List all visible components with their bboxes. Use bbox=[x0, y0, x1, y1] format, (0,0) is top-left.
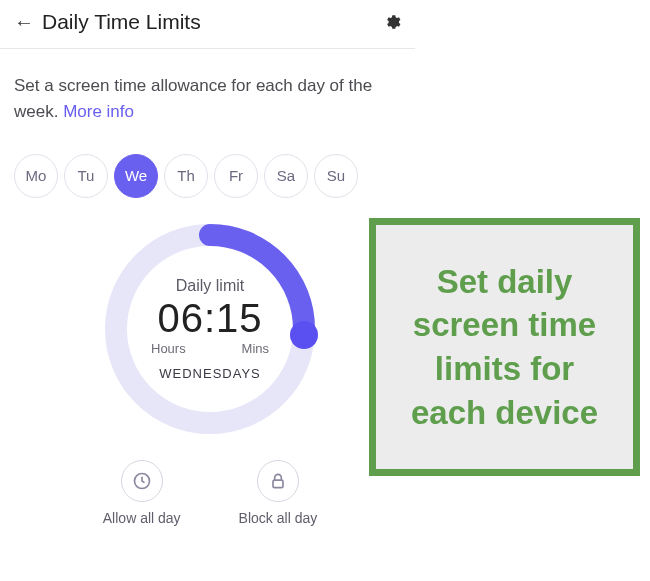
back-icon[interactable]: ← bbox=[14, 12, 34, 32]
gauge-time: 06:15 bbox=[157, 297, 262, 339]
description: Set a screen time allowance for each day… bbox=[0, 55, 420, 132]
gear-icon[interactable] bbox=[383, 13, 401, 31]
day-tu[interactable]: Tu bbox=[64, 154, 108, 198]
block-label: Block all day bbox=[239, 510, 318, 526]
gauge-area: Daily limit 06:15 Hours Mins WEDNESDAYS bbox=[0, 220, 420, 438]
day-su[interactable]: Su bbox=[314, 154, 358, 198]
gauge-center: Daily limit 06:15 Hours Mins WEDNESDAYS bbox=[101, 220, 319, 438]
day-mo[interactable]: Mo bbox=[14, 154, 58, 198]
day-sa[interactable]: Sa bbox=[264, 154, 308, 198]
allow-all-day-button[interactable]: Allow all day bbox=[103, 460, 181, 526]
page-header: ← Daily Time Limits bbox=[0, 0, 415, 48]
time-limit-gauge[interactable]: Daily limit 06:15 Hours Mins WEDNESDAYS bbox=[101, 220, 319, 438]
bottom-actions: Allow all day Block all day bbox=[0, 460, 420, 526]
day-fr[interactable]: Fr bbox=[214, 154, 258, 198]
callout-text: Set daily screen time limits for each de… bbox=[394, 260, 615, 434]
header-divider bbox=[0, 48, 415, 49]
annotation-callout: Set daily screen time limits for each de… bbox=[369, 218, 640, 476]
day-we[interactable]: We bbox=[114, 154, 158, 198]
gauge-dayname: WEDNESDAYS bbox=[159, 366, 261, 381]
gauge-label: Daily limit bbox=[176, 277, 244, 295]
day-th[interactable]: Th bbox=[164, 154, 208, 198]
lock-icon bbox=[257, 460, 299, 502]
page-title: Daily Time Limits bbox=[42, 10, 383, 34]
svg-rect-3 bbox=[273, 480, 283, 488]
more-info-link[interactable]: More info bbox=[63, 102, 134, 121]
day-selector: Mo Tu We Th Fr Sa Su bbox=[0, 132, 650, 206]
block-all-day-button[interactable]: Block all day bbox=[239, 460, 318, 526]
hours-unit: Hours bbox=[151, 341, 186, 356]
allow-label: Allow all day bbox=[103, 510, 181, 526]
gauge-units: Hours Mins bbox=[151, 341, 269, 356]
mins-unit: Mins bbox=[242, 341, 269, 356]
clock-icon bbox=[121, 460, 163, 502]
